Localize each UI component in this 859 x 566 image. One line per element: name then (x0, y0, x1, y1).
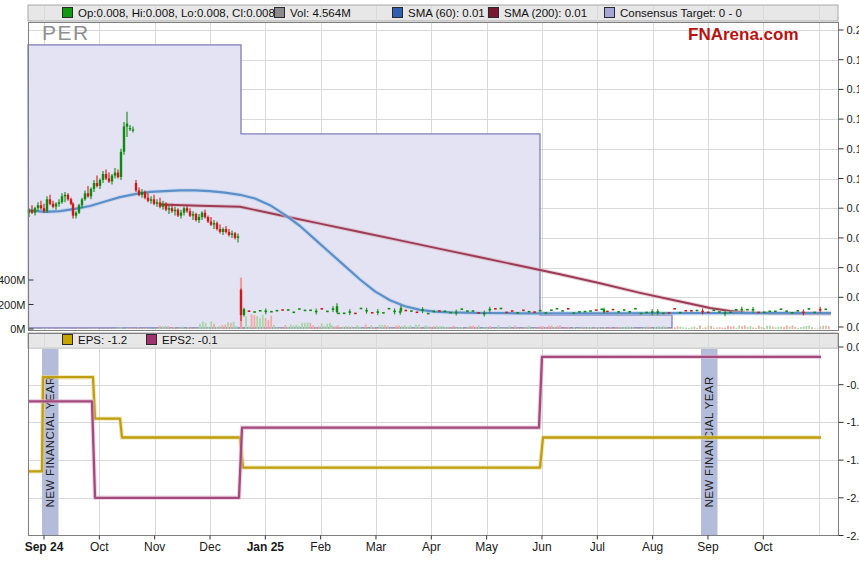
price-axis-label: 0.04 (847, 262, 859, 274)
eps-axis-label: -2.0 (847, 492, 859, 504)
eps-axis-label: -2.5 (847, 530, 859, 542)
eps-swatch-icon (62, 334, 73, 345)
volume-axis-label: 0M (10, 323, 25, 335)
legend-label: Consensus Target: 0 - 0 (620, 7, 742, 19)
legend-label: EPS: -1.2 (78, 334, 127, 346)
sma200-swatch-icon (488, 7, 499, 18)
legend-label: Op:0.008, Hi:0.008, Lo:0.008, Cl:0.008 (78, 7, 275, 19)
eps-legend-bar: EPS: -1.2EPS2: -0.1 (28, 333, 838, 348)
price-axis-label: 0.16 (847, 83, 859, 95)
consensus-swatch-icon (604, 7, 615, 18)
month-label: Aug (642, 540, 663, 554)
month-label: Jun (532, 540, 551, 554)
price-axis-label: 0.02 (847, 291, 859, 303)
price-axis-label: 0.14 (847, 113, 859, 125)
price-legend-bar: Op:0.008, Hi:0.008, Lo:0.008, Cl:0.008Vo… (28, 5, 838, 22)
ticker-symbol: PER (42, 21, 90, 45)
month-label: Jan 25 (247, 540, 285, 554)
legend-item-ohlc: Op:0.008, Hi:0.008, Lo:0.008, Cl:0.008 (62, 5, 275, 22)
month-label: Feb (310, 540, 331, 554)
chart-canvas: NEW FINANCIAL YEARNEW FINANCIAL YEAR0.20… (0, 0, 859, 566)
volume-swatch-icon (274, 7, 285, 18)
month-label: Sep (697, 540, 719, 554)
month-label: Sep 24 (25, 540, 64, 554)
legend-item-eps: EPS: -1.2 (62, 333, 127, 348)
price-axis-label: 0.06 (847, 232, 859, 244)
sma60-swatch-icon (392, 7, 403, 18)
month-label: Apr (422, 540, 441, 554)
legend-label: EPS2: -0.1 (162, 334, 218, 346)
ohlc-swatch-icon (62, 7, 73, 18)
new-financial-year-label: NEW FINANCIAL YEAR (703, 376, 715, 507)
stock-chart-page: NEW FINANCIAL YEARNEW FINANCIAL YEAR0.20… (0, 0, 859, 566)
legend-label: SMA (60): 0.01 (408, 7, 485, 19)
month-label: Jul (590, 540, 605, 554)
month-label: Mar (366, 540, 387, 554)
price-axis-label: 0.18 (847, 54, 859, 66)
price-axis-label: 0.20 (847, 24, 859, 36)
price-axis-label: 0.08 (847, 202, 859, 214)
month-label: Oct (754, 540, 773, 554)
month-label: Oct (90, 540, 109, 554)
legend-label: Vol: 4.564M (290, 7, 351, 19)
legend-item-sma60: SMA (60): 0.01 (392, 5, 485, 22)
month-label: Nov (144, 540, 165, 554)
price-axis-label: 0.00 (847, 321, 859, 333)
fnarena-watermark: FNArena.com (688, 25, 799, 45)
eps-axis-label: -1.0 (847, 416, 859, 428)
month-label: Dec (199, 540, 220, 554)
eps-axis-label: -0.5 (847, 379, 859, 391)
legend-item-eps2: EPS2: -0.1 (146, 333, 218, 348)
legend-item-sma200: SMA (200): 0.01 (488, 5, 587, 22)
consensus-target-band (28, 45, 672, 328)
volume-axis-label: 200M (0, 299, 26, 311)
eps2-swatch-icon (146, 334, 157, 345)
price-axis-label: 0.12 (847, 143, 859, 155)
legend-item-volume: Vol: 4.564M (274, 5, 351, 22)
eps-axis-label: -1.5 (847, 454, 859, 466)
new-financial-year-label: NEW FINANCIAL YEAR (44, 376, 56, 507)
price-axis-label: 0.10 (847, 173, 859, 185)
eps-axis-label: 0.0 (847, 341, 859, 353)
volume-axis-label: 400M (0, 274, 26, 286)
month-label: May (475, 540, 498, 554)
legend-item-consensus: Consensus Target: 0 - 0 (604, 5, 742, 22)
legend-label: SMA (200): 0.01 (504, 7, 587, 19)
